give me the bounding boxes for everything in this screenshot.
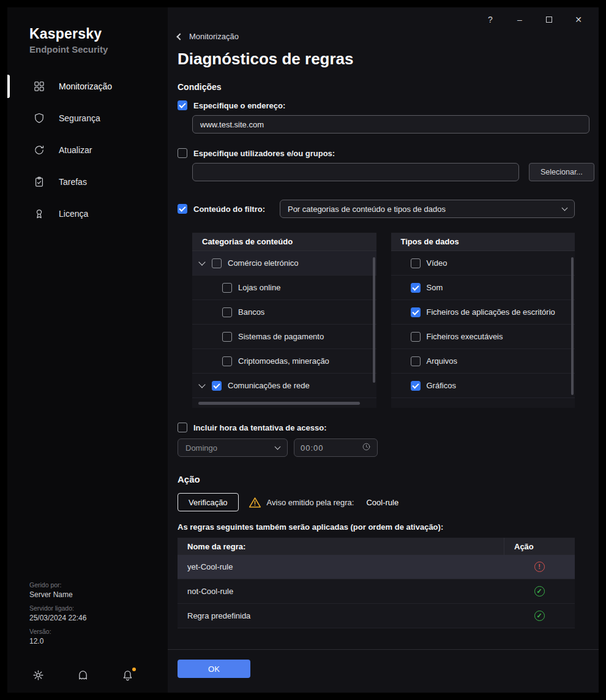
app-window: ? – ✕ Kaspersky Endpoint Security Monito… [7, 7, 599, 693]
sidebar-item-licenca[interactable]: Licença [7, 198, 168, 230]
chevron-down-icon[interactable] [198, 381, 205, 388]
refresh-icon [33, 144, 45, 156]
data-type-row[interactable]: Som [391, 276, 575, 300]
page-title: Diagnósticos de regras [178, 50, 575, 69]
sidebar-item-seguranca[interactable]: Segurança [7, 102, 168, 134]
filter-label: Conteúdo do filtro: [193, 205, 265, 214]
category-checkbox[interactable] [222, 332, 232, 342]
sidebar-footer: Gerido por: Server Name Servidor ligado:… [7, 576, 168, 693]
data-type-checkbox[interactable] [411, 332, 421, 342]
data-type-label: Ficheiros de aplicações de escritório [427, 307, 555, 317]
category-label: Criptomoedas, mineração [238, 356, 329, 366]
data-type-row[interactable]: Arquivos [391, 349, 575, 374]
sidebar-item-tarefas[interactable]: Tarefas [7, 166, 168, 198]
data-type-label: Gráficos [427, 381, 456, 390]
sidebar-item-atualizar[interactable]: Atualizar [7, 134, 168, 166]
bottom-bar: OK [178, 649, 575, 693]
breadcrumb-label: Monitorização [189, 32, 239, 41]
select-users-button[interactable]: Selecionar... [529, 163, 594, 181]
table-row[interactable]: not-Cool-rule [178, 579, 575, 604]
address-input[interactable] [192, 115, 589, 134]
notification-badge [132, 668, 136, 671]
users-input-row: Selecionar... [192, 163, 575, 181]
rule-status-icon [534, 586, 545, 597]
day-select[interactable]: Domingo [178, 438, 288, 457]
users-input[interactable] [192, 163, 519, 181]
data-type-label: Arquivos [427, 356, 458, 366]
sidebar-nav: Monitorização Segurança Atualizar Tarefa… [7, 70, 168, 230]
license-icon [33, 208, 45, 220]
filter-condition-row: Conteúdo do filtro: Por categorias de co… [178, 200, 575, 218]
category-checkbox[interactable] [212, 381, 222, 391]
chevron-down-icon[interactable] [198, 258, 205, 265]
data-type-checkbox[interactable] [411, 307, 421, 317]
tasks-icon [33, 176, 45, 188]
categories-panel-title: Categorias de conteúdo [192, 233, 376, 251]
data-type-checkbox[interactable] [411, 381, 421, 391]
category-label: Comunicações de rede [228, 381, 310, 390]
time-input[interactable]: 00:00 [294, 438, 378, 457]
sidebar-item-label: Licença [59, 209, 88, 219]
data-type-row[interactable]: Vídeo [391, 251, 575, 276]
table-row[interactable]: Regra predefinida [178, 604, 575, 628]
conditions-section-label: Condições [178, 82, 575, 92]
ok-button[interactable]: OK [178, 660, 250, 678]
data-type-row[interactable]: Ficheiros executáveis [391, 325, 575, 349]
minimize-button[interactable]: – [512, 12, 528, 28]
data-type-checkbox[interactable] [411, 283, 421, 293]
data-type-checkbox[interactable] [411, 258, 421, 268]
time-controls: Domingo 00:00 [178, 438, 575, 457]
category-row[interactable]: Comunicações de rede [192, 374, 376, 398]
time-checkbox[interactable] [178, 423, 187, 432]
category-row[interactable]: Sistemas de pagamento [192, 325, 376, 349]
time-label: Incluir hora da tentativa de acesso: [193, 423, 326, 432]
data-type-row[interactable]: Ficheiros de aplicações de escritório [391, 300, 575, 325]
help-button[interactable]: ? [482, 12, 498, 28]
category-checkbox[interactable] [212, 258, 222, 268]
data-types-panel: Tipos de dados Vídeo Som Ficheiros de ap… [391, 233, 575, 408]
settings-gear-icon[interactable] [32, 669, 45, 682]
filter-checkbox[interactable] [178, 204, 187, 214]
data-type-label: Ficheiros executáveis [427, 332, 503, 341]
verification-button[interactable]: Verificação [178, 493, 239, 511]
chevron-down-icon [275, 444, 281, 450]
category-row[interactable]: Comércio eletrónico [192, 251, 376, 276]
day-selected-value: Domingo [185, 443, 217, 453]
rule-status-icon [534, 562, 545, 572]
support-icon[interactable] [77, 669, 89, 682]
category-checkbox[interactable] [222, 283, 232, 293]
rule-name-cell: not-Cool-rule [178, 587, 504, 596]
action-row: Verificação Aviso emitido pela regra: Co… [178, 493, 575, 511]
users-checkbox[interactable] [178, 148, 187, 158]
category-checkbox[interactable] [222, 307, 232, 317]
category-checkbox[interactable] [222, 356, 232, 366]
maximize-button[interactable] [541, 12, 557, 28]
rule-name-cell: Regra predefinida [178, 611, 504, 620]
category-row[interactable]: Lojas online [192, 276, 376, 300]
filter-type-select[interactable]: Por categorias de conteúdo e tipos de da… [280, 200, 575, 218]
server-value: 25/03/2024 22:46 [29, 614, 168, 622]
data-type-label: Vídeo [427, 258, 447, 268]
vertical-scrollbar[interactable] [571, 257, 574, 395]
address-checkbox[interactable] [178, 100, 187, 110]
horizontal-scrollbar[interactable] [198, 402, 360, 405]
sidebar-item-monitorizacao[interactable]: Monitorização [7, 70, 168, 102]
brand-name: Kaspersky [29, 26, 168, 42]
rules-table-header: Nome da regra: Ação [178, 538, 575, 555]
data-type-checkbox[interactable] [411, 356, 421, 366]
sidebar-item-label: Tarefas [59, 177, 87, 187]
breadcrumb-back[interactable]: Monitorização [178, 32, 239, 41]
data-type-row[interactable]: Gráficos [391, 374, 575, 398]
category-row[interactable]: Criptomoedas, mineração [192, 349, 376, 374]
table-row[interactable]: yet-Cool-rule [178, 555, 575, 579]
rule-name-cell: yet-Cool-rule [178, 562, 504, 571]
close-button[interactable]: ✕ [570, 12, 586, 28]
vertical-scrollbar[interactable] [373, 257, 375, 383]
applied-rules-label: As regras seguintes também serão aplicad… [178, 522, 575, 532]
data-type-label: Som [427, 283, 443, 292]
filter-selected-option: Por categorias de conteúdo e tipos de da… [288, 205, 446, 214]
categories-panel: Categorias de conteúdo Comércio eletróni… [192, 233, 376, 408]
category-row[interactable]: Bancos [192, 300, 376, 325]
notifications-bell-icon[interactable] [121, 669, 134, 682]
time-condition-row: Incluir hora da tentativa de acesso: [178, 423, 575, 432]
